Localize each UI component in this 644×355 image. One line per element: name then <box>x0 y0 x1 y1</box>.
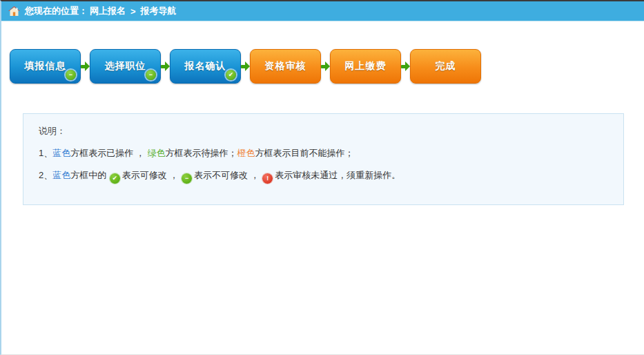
breadcrumb-item-online-registration[interactable]: 网上报名 <box>90 5 126 17</box>
note-text: 方框中的 <box>70 170 109 180</box>
arrow-right-icon <box>401 61 410 71</box>
step-label: 完成 <box>436 60 456 73</box>
home-icon <box>8 6 20 17</box>
breadcrumb-item-exam-navigation: 报考导航 <box>141 5 177 17</box>
step-qualification-review: 资格审核 <box>250 49 321 84</box>
note-text: 方框表示目前不能操作； <box>255 148 353 158</box>
arrow-right-icon <box>81 61 90 71</box>
step-label: 网上缴费 <box>345 60 387 73</box>
note-text: 方框表示待操作； <box>165 148 237 158</box>
breadcrumb-separator: > <box>130 6 136 17</box>
note-text: 表示可修改 ， <box>122 170 181 180</box>
step-confirm-registration[interactable]: 报名确认✔ <box>170 49 241 84</box>
minus-icon: − <box>66 70 76 80</box>
step-label: 选择职位 <box>105 60 146 73</box>
step-online-payment: 网上缴费 <box>330 49 401 84</box>
step-label: 资格审核 <box>265 60 306 73</box>
minus-icon: − <box>146 70 156 80</box>
note-text: 绿色 <box>147 148 165 158</box>
arrow-right-icon <box>321 61 330 71</box>
step-label: 报名确认 <box>185 60 226 73</box>
arrow-right-icon <box>161 61 170 71</box>
note-text: 表示审核未通过，须重新操作。 <box>275 170 400 180</box>
note-line-1: 1、蓝色方框表示已操作 ， 绿色方框表示待操作；橙色方框表示目前不能操作； <box>39 146 609 160</box>
arrow-right-icon <box>241 61 250 71</box>
arrow-head <box>85 61 90 71</box>
minus-icon: − <box>182 173 192 184</box>
arrow-head <box>165 61 170 71</box>
exclamation-icon: ! <box>262 173 273 184</box>
main-content: 填报信息−选择职位−报名确认✔资格审核网上缴费完成 说明： 1、蓝色方框表示已操… <box>1 49 644 205</box>
steps-flow: 填报信息−选择职位−报名确认✔资格审核网上缴费完成 <box>10 49 644 84</box>
note-title: 说明： <box>39 124 609 137</box>
step-complete: 完成 <box>410 49 481 84</box>
note-text: 蓝色 <box>52 148 70 158</box>
check-icon: ✔ <box>110 173 120 184</box>
breadcrumb-label: 您现在的位置： <box>25 5 88 17</box>
step-label: 填报信息 <box>25 60 66 73</box>
note-box: 说明： 1、蓝色方框表示已操作 ， 绿色方框表示待操作；橙色方框表示目前不能操作… <box>23 113 624 205</box>
note-text: 2、 <box>39 170 52 180</box>
note-text: 橙色 <box>237 148 255 158</box>
arrow-head <box>325 61 330 71</box>
note-line-2: 2、蓝色方框中的 ✔表示可修改 ， −表示不可修改 ， !表示审核未通过，须重新… <box>39 169 609 184</box>
arrow-head <box>405 61 410 71</box>
step-fill-info[interactable]: 填报信息− <box>10 49 81 84</box>
check-icon: ✔ <box>226 70 236 80</box>
breadcrumb-bar: 您现在的位置： 网上报名 > 报考导航 <box>1 1 644 21</box>
note-text: 蓝色 <box>52 170 70 180</box>
note-text: 表示不可修改 ， <box>194 170 262 180</box>
note-text: 1、 <box>39 148 52 158</box>
page: 您现在的位置： 网上报名 > 报考导航 填报信息−选择职位−报名确认✔资格审核网… <box>0 0 644 355</box>
step-select-position[interactable]: 选择职位− <box>90 49 161 84</box>
note-text: 方框表示已操作 ， <box>70 148 147 158</box>
arrow-head <box>245 61 250 71</box>
